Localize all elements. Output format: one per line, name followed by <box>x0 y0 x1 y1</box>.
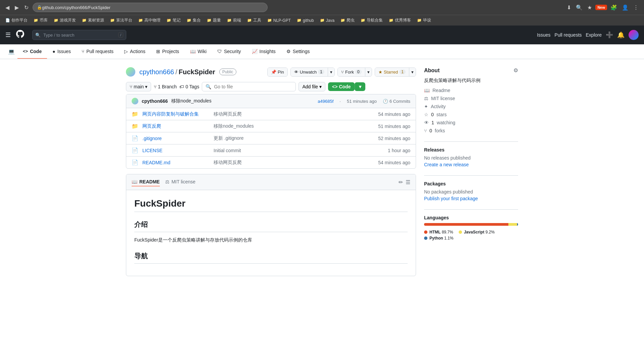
file-name[interactable]: 网页内容防复制与破解合集 <box>142 111 210 117</box>
raw-readme-btn[interactable]: ☰ <box>406 179 410 185</box>
create-release-link[interactable]: Create a new release <box>424 162 469 167</box>
address-bar[interactable]: 🔒 github.com/cpython666/FuckSpider <box>33 3 268 12</box>
bookmark-gongju[interactable]: 📁 工具 <box>244 17 264 24</box>
branches-link[interactable]: ⑂ 1 Branch <box>154 84 177 89</box>
tab-actions[interactable]: ▷ Actions <box>119 45 151 59</box>
bookmark-sucai[interactable]: 📁 素材资源 <box>79 17 107 24</box>
global-search[interactable]: 🔍 Type / to search / <box>32 30 126 40</box>
readme-tab[interactable]: 📖 README <box>132 178 160 186</box>
stars-count[interactable]: ☆ 0 stars <box>424 112 518 117</box>
bookmark-bishe[interactable]: 📁 毕设 <box>414 17 434 24</box>
bookmark-nlp[interactable]: 📁 NLP-GPT <box>265 17 293 24</box>
about-settings-btn[interactable]: ⚙ <box>513 67 518 74</box>
commits-link[interactable]: 🕐 6 Commits <box>383 99 410 104</box>
explore-btn[interactable]: Explore <box>586 32 602 38</box>
languages-title: Languages <box>424 215 518 220</box>
unwatch-button[interactable]: 👁 Unwatch 1 <box>291 68 328 76</box>
tab-settings[interactable]: ⚙ Settings <box>281 45 315 59</box>
menu-btn[interactable]: ⋮ <box>632 3 640 12</box>
file-name[interactable]: 网页反爬 <box>142 123 210 129</box>
bookmark-youxi[interactable]: 📁 游戏开发 <box>51 17 79 24</box>
releases-title: Releases <box>424 147 518 153</box>
commit-author[interactable]: cpython666 <box>142 98 168 104</box>
edit-readme-btn[interactable]: ✏ <box>399 179 403 185</box>
bookmark-biku[interactable]: 📁 币库 <box>31 17 50 24</box>
language-item[interactable]: Python 1.1% <box>424 236 453 241</box>
go-to-file-input[interactable] <box>214 84 292 89</box>
download-btn[interactable]: ⬇ <box>565 3 572 12</box>
scale-icon: ⚖ <box>424 96 428 101</box>
watching-count[interactable]: 👁 1 watching <box>424 120 518 125</box>
issues-btn[interactable]: Issues <box>537 32 550 38</box>
bookmark-daohang[interactable]: 📁 导航合集 <box>358 17 385 24</box>
extensions-btn[interactable]: 🧩 <box>609 3 618 12</box>
tags-link[interactable]: 🏷 0 Tags <box>179 84 199 89</box>
activity-link[interactable]: ✦ Activity <box>424 104 518 109</box>
file-time: 1 hour ago <box>370 148 410 153</box>
file-time: 54 minutes ago <box>370 160 410 165</box>
publish-package-link[interactable]: Publish your first package <box>424 196 478 201</box>
bookmark-suanfa[interactable]: 📁 算法平台 <box>107 17 135 24</box>
bookmark-biji[interactable]: 📁 笔记 <box>164 17 183 24</box>
github-logo[interactable] <box>16 30 24 40</box>
bookmark-qianduan[interactable]: 📁 前端 <box>224 17 244 24</box>
tab-security[interactable]: 🛡 Security <box>212 45 246 59</box>
tab-pull-requests[interactable]: ⑂ Pull requests <box>76 45 119 59</box>
url-text: github.com/cpython666/FuckSpider <box>42 5 110 10</box>
file-name[interactable]: README.md <box>142 160 210 165</box>
bookmark-icon-suanfa: 📁 <box>110 18 115 23</box>
user-avatar[interactable] <box>629 30 639 40</box>
forks-count[interactable]: ⑂ 0 forks <box>424 128 518 133</box>
code-button[interactable]: <> Code <box>328 82 355 91</box>
unwatch-dropdown[interactable]: ▾ <box>328 68 334 76</box>
bookmark-btn[interactable]: ★ <box>586 3 593 12</box>
star-button[interactable]: ★ Starred 1 <box>375 68 409 76</box>
back-button[interactable]: ◀ <box>4 3 11 12</box>
file-name[interactable]: LICENSE <box>142 148 210 153</box>
file-icon: 📄 <box>132 135 138 141</box>
pulls-btn[interactable]: Pull requests <box>555 32 582 38</box>
file-commit: 移除node_modules <box>214 123 366 129</box>
bookmark-chuangzuo[interactable]: 📄 创作平台 <box>3 17 30 24</box>
file-name[interactable]: .gitignore <box>142 136 210 141</box>
tab-issues[interactable]: ● Issues <box>47 45 76 59</box>
bookmark-github[interactable]: 📁 github <box>294 17 317 24</box>
bookmark-youxiu[interactable]: 📁 优秀博客 <box>386 17 414 24</box>
new-badge[interactable]: New <box>595 5 607 10</box>
bookmark-jihe[interactable]: 📁 集合 <box>184 17 203 24</box>
bookmark-gaozong[interactable]: 📁 高中物理 <box>136 17 163 24</box>
star-dropdown[interactable]: ▾ <box>409 68 416 76</box>
create-btn[interactable]: ➕ <box>606 31 613 39</box>
commit-hash[interactable]: a49685f <box>318 99 333 104</box>
add-file-button[interactable]: Add file ▾ <box>298 82 325 91</box>
file-commit: 更新 .gitignore <box>214 135 366 141</box>
branch-selector[interactable]: ⑂ main ▾ <box>126 82 151 91</box>
fork-dropdown[interactable]: ▾ <box>365 68 372 76</box>
history-icon: 🕐 <box>383 99 388 104</box>
forward-button[interactable]: ▶ <box>13 3 20 12</box>
license-tab[interactable]: ⚖ MIT license <box>165 178 195 186</box>
bookmark-tiliang[interactable]: 📁 题量 <box>204 17 224 24</box>
tab-insights[interactable]: 📈 Insights <box>246 45 281 59</box>
license-link[interactable]: ⚖ MIT license <box>424 96 518 101</box>
branch-count-icon: ⑂ <box>154 84 156 89</box>
owner-link[interactable]: cpython666 <box>139 68 174 76</box>
language-item[interactable]: JavaScript 9.2% <box>459 230 495 234</box>
reload-button[interactable]: ↻ <box>23 3 30 12</box>
zoom-btn[interactable]: 🔍 <box>574 3 584 12</box>
language-item[interactable]: HTML 89.7% <box>424 230 453 234</box>
profile-btn[interactable]: 👤 <box>620 3 630 12</box>
bookmark-pachong[interactable]: 📁 爬虫 <box>338 17 357 24</box>
tab-wiki[interactable]: 📖 Wiki <box>185 45 212 59</box>
tab-projects[interactable]: ⊞ Projects <box>151 45 185 59</box>
pin-button[interactable]: 📌 Pin <box>268 68 287 76</box>
code-dropdown[interactable]: ▾ <box>355 82 365 91</box>
bookmark-java[interactable]: 📁 Java <box>317 17 337 24</box>
repo-name[interactable]: FuckSpider <box>179 68 215 76</box>
sidebar-toggle[interactable]: ☰ <box>5 31 11 39</box>
fork-button[interactable]: ⑂ Fork 0 <box>338 68 365 76</box>
readme-link[interactable]: 📖 Readme <box>424 88 518 93</box>
notifications-btn[interactable]: 🔔 <box>617 31 625 39</box>
tab-code[interactable]: <> Code <box>17 45 47 59</box>
pin-icon: 📌 <box>271 70 276 75</box>
